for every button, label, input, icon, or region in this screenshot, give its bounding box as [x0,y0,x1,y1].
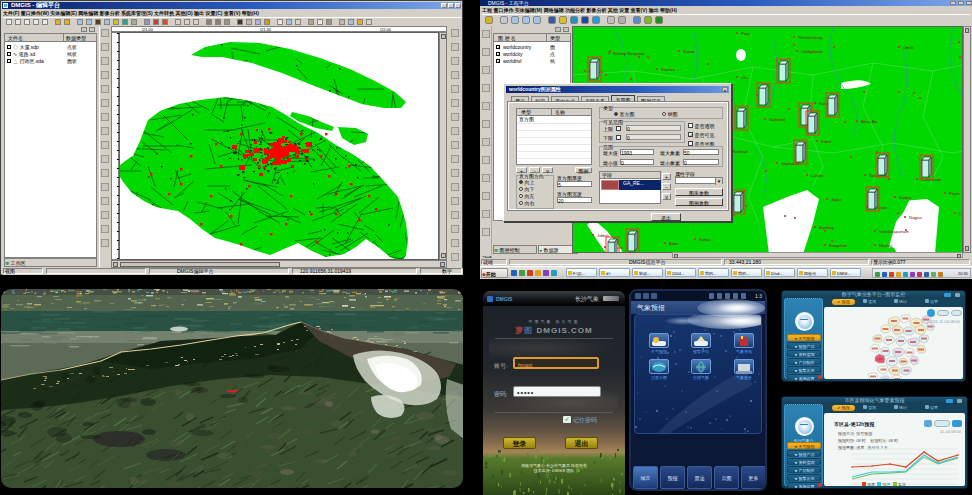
svg-text:Chelyabinsk: Chelyabinsk [801,49,823,54]
svg-text:Nagpur: Nagpur [909,215,923,220]
svg-text:Jaipur: Jaipur [831,197,843,202]
svg-text:Vishakhapatnam: Vishakhapatnam [879,229,909,234]
svg-text:Kazan: Kazan [683,49,694,54]
svg-text:Kanpur: Kanpur [899,195,913,200]
svg-text:Paro: Paro [741,31,750,36]
svg-text:Bombay: Bombay [819,225,834,230]
svg-text:Kabul: Kabul [821,139,831,144]
svg-text:Nizhniy Novgorod: Nizhniy Novgorod [613,51,645,56]
svg-text:Omsk: Omsk [903,45,913,50]
svg-text:Lahore: Lahore [811,173,824,178]
svg-text:Aden: Aden [669,241,678,246]
svg-text:Samara: Samara [661,67,676,72]
svg-text:Tashkent: Tashkent [769,117,786,122]
svg-text:Alma-Ata: Alma-Ata [861,119,878,124]
svg-text:Bangalore: Bangalore [829,243,848,248]
svg-text:Mashhad: Mashhad [731,149,747,154]
svg-text:Patna: Patna [949,191,960,196]
svg-text:Madras: Madras [879,243,892,248]
svg-text:Yekaterinburg: Yekaterinburg [798,35,823,40]
svg-text:Ufa: Ufa [741,75,748,80]
svg-text:Sanaa: Sanaa [699,237,711,242]
